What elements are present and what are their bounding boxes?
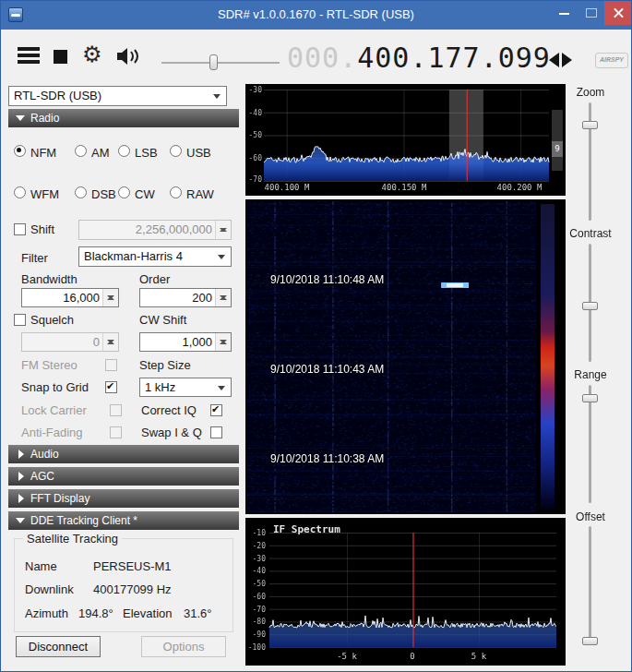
stop-icon <box>54 50 67 64</box>
sat-downlink-label: Downlink <box>25 582 74 596</box>
mode-radio-nfm[interactable]: NFM <box>14 144 56 159</box>
if-xtick: 5 k <box>471 652 486 661</box>
snap-to-grid-label: Snap to Grid <box>21 380 89 394</box>
if-spectrum-title: IF Spectrum <box>273 523 340 535</box>
spinner-arrows-icon[interactable] <box>215 333 231 351</box>
if-ytick: -90 <box>247 630 266 639</box>
source-combo-value: RTL-SDR (USB) <box>14 89 101 102</box>
snap-to-grid-checkbox[interactable] <box>105 381 117 393</box>
range-slider-label: Range <box>562 368 619 381</box>
tune-step-buttons <box>549 53 572 71</box>
spinner-arrows-icon[interactable] <box>215 289 231 306</box>
source-combo[interactable]: RTL-SDR (USB) <box>8 86 227 106</box>
correct-iq-checkbox[interactable] <box>210 404 222 416</box>
cw-shift-spinner[interactable]: 1,000 <box>139 332 232 352</box>
spinner-arrows-icon[interactable] <box>102 289 118 306</box>
spectrum-ytick: -30 <box>247 86 262 94</box>
mode-radio-lsb[interactable]: LSB <box>118 144 158 159</box>
section-header-radio[interactable]: Radio <box>8 109 239 127</box>
range-slider[interactable] <box>589 385 591 503</box>
squelch-spinner: 0 <box>21 332 119 352</box>
contrast-slider-label: Contrast <box>562 227 619 240</box>
if-ytick: -40 <box>247 567 266 575</box>
waterfall-timestamp: 9/10/2018 11:10:43 AM <box>270 363 384 376</box>
sat-elevation-value: 31.6° <box>184 606 212 620</box>
mode-radio-am[interactable]: AM <box>75 144 110 159</box>
frequency-display[interactable]: 000.400.177.099 <box>287 42 551 74</box>
swap-iq-checkbox[interactable] <box>210 426 222 438</box>
mute-button[interactable] <box>115 47 139 69</box>
section-header-audio[interactable]: Audio <box>8 445 239 463</box>
spectrum-ytick: -60 <box>247 154 262 162</box>
airspy-logo: AIRSPY <box>595 53 628 68</box>
offset-slider-thumb[interactable] <box>582 637 598 645</box>
sat-azimuth-label: Azimuth <box>25 606 68 620</box>
order-label: Order <box>139 272 170 286</box>
waterfall-timestamp: 9/10/2018 11:10:48 AM <box>270 273 384 286</box>
spectrum-zoom-strip[interactable] <box>552 110 563 171</box>
section-header-dde-tracking[interactable]: DDE Tracking Client * <box>8 511 239 530</box>
maximize-icon <box>586 8 597 18</box>
spectrum-xtick: 400.100 M <box>265 183 310 192</box>
close-button[interactable] <box>604 1 632 25</box>
volume-slider-thumb[interactable] <box>209 54 218 70</box>
spectrum-xtick: 400.150 M <box>382 183 427 192</box>
radio-dot <box>170 186 182 198</box>
bandwidth-spinner[interactable]: 16,000 <box>21 288 119 307</box>
mode-radio-raw[interactable]: RAW <box>170 186 214 200</box>
hamburger-icon <box>18 47 40 64</box>
settings-button[interactable] <box>82 43 102 66</box>
squelch-label: Squelch <box>30 313 74 327</box>
if-xtick: 0 <box>410 652 414 661</box>
mode-radio-dsb[interactable]: DSB <box>75 186 116 200</box>
if-ytick: -70 <box>247 606 266 614</box>
lock-carrier-checkbox <box>110 404 122 416</box>
spectrum-ytick: -50 <box>247 131 262 139</box>
spinner-arrows-icon <box>102 333 118 351</box>
zoom-slider-label: Zoom <box>562 86 619 99</box>
mode-radio-wfm[interactable]: WFM <box>14 186 59 200</box>
minimize-icon <box>559 13 569 15</box>
shift-spinner: 2,256,000,000 <box>78 220 232 240</box>
disconnect-button[interactable]: Disconnect <box>16 636 101 657</box>
sat-downlink-value: 400177099 Hz <box>93 582 172 596</box>
radio-dot <box>118 186 130 198</box>
spectrum-ytick: -40 <box>247 109 262 117</box>
offset-slider[interactable] <box>589 526 591 644</box>
section-header-fft-display[interactable]: FFT Display <box>8 489 239 508</box>
maximize-button[interactable] <box>578 1 604 25</box>
range-slider-thumb[interactable] <box>582 394 598 402</box>
sat-azimuth-value: 194.8° <box>78 606 113 620</box>
mode-radio-cw[interactable]: CW <box>118 186 155 200</box>
volume-slider[interactable] <box>161 62 280 64</box>
menu-button[interactable] <box>18 47 40 66</box>
rf-spectrum-panel <box>245 84 566 196</box>
contrast-slider-thumb[interactable] <box>582 302 598 310</box>
stop-button[interactable] <box>54 50 67 64</box>
tune-up-icon[interactable] <box>562 53 572 67</box>
filter-combo[interactable]: Blackman-Harris 4 <box>78 246 232 267</box>
section-header-agc[interactable]: AGC <box>8 467 239 486</box>
title-bar: SDR# v1.0.0.1670 - RTL-SDR (USB) <box>1 1 631 30</box>
squelch-checkbox[interactable] <box>14 314 26 326</box>
zoom-slider-thumb[interactable] <box>582 121 598 129</box>
step-size-combo[interactable]: 1 kHz <box>139 378 232 397</box>
offset-slider-label: Offset <box>562 510 619 523</box>
shift-checkbox[interactable] <box>14 223 26 235</box>
minimize-button[interactable] <box>551 1 578 25</box>
if-spectrum-canvas[interactable] <box>245 518 566 666</box>
if-ytick: -60 <box>247 593 266 601</box>
frequency-leading-zeros: 000. <box>287 42 357 74</box>
radio-dot <box>75 186 87 198</box>
if-ytick: -20 <box>247 542 266 550</box>
if-ytick: -50 <box>247 580 266 588</box>
mode-radio-usb[interactable]: USB <box>170 144 211 159</box>
tune-down-icon[interactable] <box>549 53 559 67</box>
fm-stereo-label: FM Stereo <box>21 358 78 372</box>
rf-spectrum-canvas[interactable] <box>245 84 566 196</box>
order-spinner[interactable]: 200 <box>139 288 232 307</box>
correct-iq-label: Correct IQ <box>141 403 197 417</box>
waterfall-canvas[interactable] <box>246 201 536 512</box>
radio-dot <box>118 145 130 157</box>
satellite-tracking-title: Satellite Tracking <box>23 532 122 546</box>
